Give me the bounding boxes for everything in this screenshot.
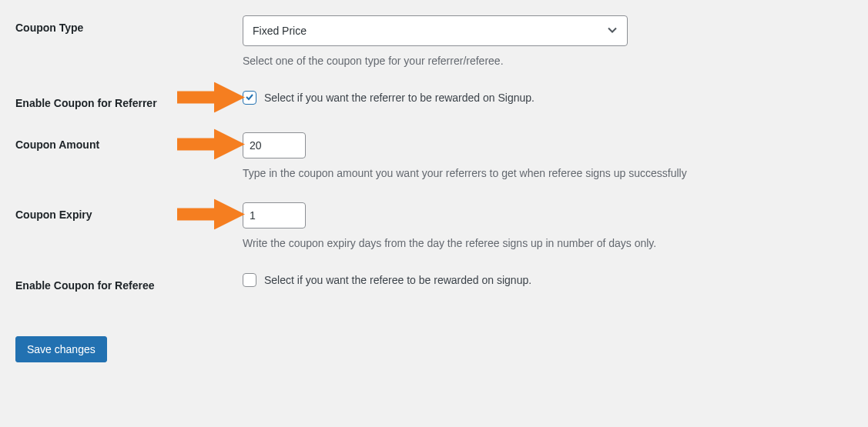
enable-referrer-description: Select if you want the referrer to be re… — [264, 92, 535, 104]
coupon-amount-hint: Type in the coupon amount you want your … — [243, 166, 853, 182]
enable-referrer-field-cell: Select if you want the referrer to be re… — [243, 91, 853, 105]
enable-referee-field-cell: Select if you want the referee to be rew… — [243, 273, 853, 287]
row-coupon-amount: Coupon Amount Type in the coupon amount … — [15, 132, 853, 182]
coupon-type-hint: Select one of the coupon type for your r… — [243, 54, 853, 69]
coupon-type-select[interactable]: Fixed Price — [243, 15, 628, 46]
row-enable-referrer: Enable Coupon for Referrer Select if you… — [15, 91, 853, 109]
row-coupon-type: Coupon Type Fixed Price Select one of th… — [15, 15, 853, 69]
row-coupon-expiry: Coupon Expiry Write the coupon expiry da… — [15, 202, 853, 252]
enable-referee-checkbox-row: Select if you want the referee to be rew… — [243, 273, 853, 287]
enable-referee-checkbox[interactable] — [243, 273, 256, 287]
svg-marker-1 — [214, 82, 245, 112]
save-button[interactable]: Save changes — [15, 336, 107, 362]
svg-rect-4 — [177, 208, 214, 221]
coupon-type-field-cell: Fixed Price Select one of the coupon typ… — [243, 15, 853, 69]
svg-rect-2 — [177, 138, 214, 150]
svg-rect-0 — [177, 91, 214, 103]
svg-marker-3 — [214, 128, 245, 159]
coupon-amount-field-cell: Type in the coupon amount you want your … — [243, 132, 853, 182]
check-icon — [245, 92, 254, 104]
arrow-right-icon — [177, 128, 245, 162]
svg-marker-5 — [214, 199, 245, 230]
row-enable-referee: Enable Coupon for Referee Select if you … — [15, 273, 853, 292]
coupon-expiry-input[interactable] — [243, 202, 306, 229]
coupon-type-label: Coupon Type — [15, 15, 243, 34]
arrow-right-icon — [177, 199, 245, 232]
coupon-expiry-field-cell: Write the coupon expiry days from the da… — [243, 202, 853, 252]
enable-referrer-checkbox-row: Select if you want the referrer to be re… — [243, 91, 853, 105]
arrow-right-icon — [177, 82, 245, 115]
coupon-amount-input[interactable] — [243, 132, 306, 158]
enable-referee-label: Enable Coupon for Referee — [15, 273, 243, 292]
settings-form: Coupon Type Fixed Price Select one of th… — [15, 15, 853, 362]
coupon-type-select-wrap: Fixed Price — [243, 15, 628, 46]
coupon-expiry-hint: Write the coupon expiry days from the da… — [243, 236, 853, 252]
enable-referee-description: Select if you want the referee to be rew… — [264, 274, 531, 286]
